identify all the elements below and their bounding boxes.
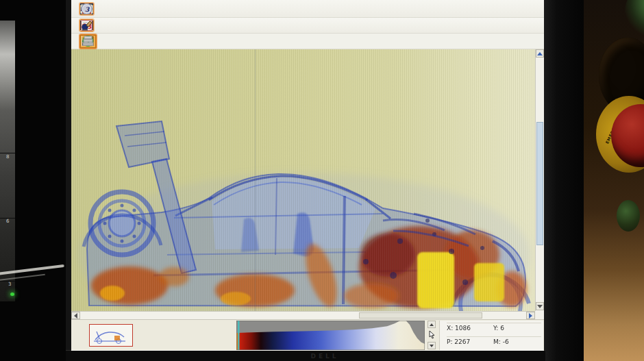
power-led: [10, 292, 14, 296]
bottom-panel: X: 1086 Y: 6 P: 2267 M: -6: [71, 319, 544, 350]
green-glow: [625, 0, 644, 36]
secondary-monitor-number: 3: [8, 282, 11, 287]
horizontal-scroll-thumb[interactable]: [359, 312, 482, 319]
histogram-scroll-down-button[interactable]: [428, 342, 436, 349]
monitor-bezel-bottom: DELL: [66, 350, 545, 361]
thumbnail-car-sketch: [90, 325, 132, 346]
cursor-status-panel: X: 1086 Y: 6 P: 2267 M: -6: [439, 321, 543, 350]
overview-thumbnail[interactable]: [89, 324, 133, 347]
scan-seam-line: [255, 49, 256, 311]
key-switch: [617, 200, 640, 232]
histogram-scroll: [428, 321, 436, 350]
scroll-right-button[interactable]: [526, 312, 535, 319]
scroll-up-button[interactable]: [536, 49, 544, 58]
histogram-scroll-up-button[interactable]: [428, 321, 436, 328]
toolbar-tools: M² + − ▫ ✛: [71, 18, 544, 34]
monitor-brand-logo: DELL: [297, 353, 352, 360]
toolbar-palettes: 1 2 3 1 2 3 A·A A·A A·A 1 2 3: [71, 0, 544, 18]
scrollbar-corner: [535, 311, 544, 319]
coin-3-icon[interactable]: 3: [79, 3, 94, 15]
vertical-scrollbar[interactable]: [535, 49, 544, 311]
photo-of-monitor: 8 6 3 DELL EMERGENCY: [0, 0, 644, 361]
scroll-left-button[interactable]: [71, 312, 80, 319]
monitor-bezel-left: [66, 0, 71, 361]
environment-right: EMERGENCY: [584, 0, 644, 361]
value-histogram[interactable]: [236, 321, 425, 350]
vertical-scroll-thumb[interactable]: [536, 122, 543, 245]
xray-application-window: 1 2 3 1 2 3 A·A A·A A·A 1 2 3: [71, 0, 544, 351]
toolbar-separator: [79, 35, 84, 47]
secondary-monitor-screen: 8 6 3: [0, 21, 15, 301]
scroll-down-button[interactable]: [536, 302, 544, 310]
cursor-arrow-icon: [428, 330, 436, 340]
environment-left: 8 6 3: [0, 0, 71, 361]
secondary-monitor-number: 8: [6, 155, 9, 160]
horizontal-scrollbar[interactable]: [71, 311, 535, 319]
stamp-dark-icon[interactable]: [79, 19, 94, 32]
svg-text:3: 3: [85, 5, 90, 12]
status-m: M: -6: [493, 336, 541, 345]
xray-image-viewport[interactable]: [71, 49, 535, 311]
status-x: X: 1086: [447, 323, 495, 332]
xray-car-image: [71, 49, 535, 311]
secondary-monitor-number: 6: [6, 219, 9, 224]
monitor-bezel-right: [544, 0, 586, 361]
toolbar-session: i: [71, 34, 544, 49]
status-p: P: 2267: [447, 336, 495, 345]
status-y: Y: 6: [493, 323, 541, 332]
